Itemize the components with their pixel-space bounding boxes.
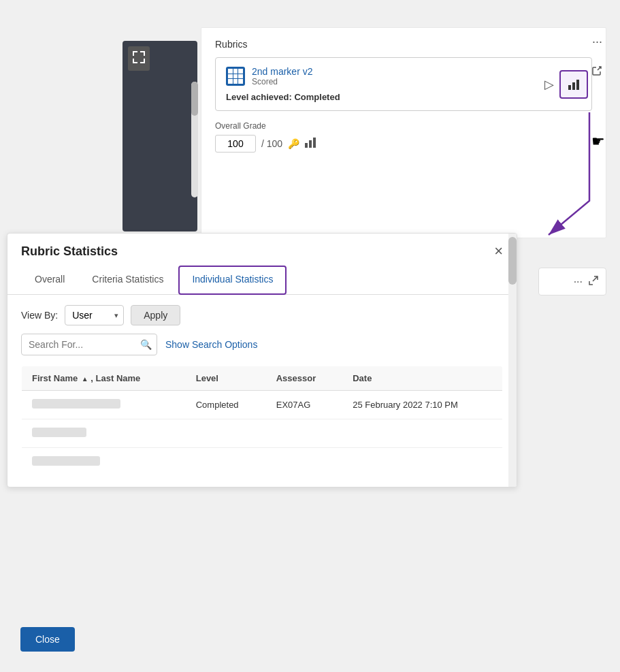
table-row: Completed EX07AG 25 February 2022 7:10 P… [22, 391, 503, 419]
close-button[interactable]: Close [20, 627, 75, 652]
table-row [22, 448, 503, 477]
modal-scrollbar[interactable] [508, 234, 517, 487]
rubric-level-achieved: Level achieved: Completed [226, 92, 581, 102]
rubric-grid-icon [226, 67, 245, 86]
play-button[interactable]: ▷ [544, 77, 554, 92]
view-by-select[interactable]: User Group Section [65, 305, 124, 325]
modal-content: View By: User Group Section ▾ Apply 🔍 Sh… [7, 295, 517, 487]
tab-criteria[interactable]: Criteria Statistics [78, 266, 177, 295]
modal-scrollbar-thumb[interactable] [508, 237, 517, 285]
modal-close-button[interactable]: × [494, 244, 503, 259]
grade-row: / 100 🔑 [215, 135, 592, 153]
overall-grade-label: Overall Grade [215, 121, 592, 131]
cell-assessor-2 [266, 419, 343, 448]
sort-asc-icon: ▲ [82, 375, 88, 383]
grade-chart-icon [305, 137, 316, 150]
key-icon: 🔑 [288, 138, 299, 149]
col-header-assessor: Assessor [266, 366, 343, 391]
blurred-name-2 [32, 428, 86, 437]
individuals-table: First Name ▲ , Last Name Level Assessor … [21, 366, 503, 477]
right-panel-expand[interactable] [588, 275, 599, 288]
search-icon: 🔍 [140, 339, 152, 350]
cell-date-1: 25 February 2022 7:10 PM [342, 391, 502, 419]
cell-assessor-3 [266, 448, 343, 477]
cell-assessor-1: EX07AG [266, 391, 343, 419]
rubric-status: Scored [252, 77, 312, 86]
tab-overall[interactable]: Overall [21, 266, 78, 295]
rubric-card: 2nd marker v2 Scored Level achieved: Com… [215, 57, 592, 111]
cell-level-2 [186, 419, 266, 448]
sidebar-scrollbar-thumb[interactable] [191, 82, 198, 116]
cell-level-3 [186, 448, 266, 477]
overall-grade-section: Overall Grade / 100 🔑 [201, 118, 606, 163]
col-header-date: Date [342, 366, 502, 391]
search-row: 🔍 Show Search Options [21, 334, 503, 355]
rubrics-panel: ··· Rubrics 2nd marker v2 [201, 27, 606, 238]
svg-rect-4 [309, 140, 312, 148]
rubric-statistics-modal: Rubric Statistics × Overall Criteria Sta… [7, 233, 517, 487]
right-panel-toolbar: ··· [546, 275, 599, 288]
more-options-button[interactable]: ··· [592, 35, 602, 49]
cell-name-2 [22, 419, 186, 448]
col-header-name: First Name ▲ , Last Name [22, 366, 186, 391]
modal-header: Rubric Statistics × [7, 234, 517, 266]
stats-chart-button[interactable] [559, 70, 588, 99]
search-input[interactable] [21, 334, 157, 355]
svg-rect-0 [568, 85, 571, 90]
rubric-info: 2nd marker v2 Scored [252, 66, 312, 86]
sidebar-scrollbar[interactable] [191, 82, 198, 197]
view-by-select-wrapper: User Group Section ▾ [65, 305, 124, 325]
view-by-row: View By: User Group Section ▾ Apply [21, 305, 503, 325]
view-by-label: View By: [21, 310, 58, 321]
grade-input[interactable] [215, 135, 256, 153]
sidebar-panel [123, 41, 197, 231]
rubric-name: 2nd marker v2 [252, 66, 312, 77]
rubrics-section-title: Rubrics [201, 28, 606, 54]
blurred-name-3 [32, 456, 100, 466]
tab-individual[interactable]: Individual Statistics [178, 266, 287, 295]
svg-rect-2 [576, 80, 579, 90]
right-panel-more-options[interactable]: ··· [574, 275, 583, 288]
cell-name-1 [22, 391, 186, 419]
grade-slash: / 100 [261, 138, 282, 149]
cell-date-3 [342, 448, 502, 477]
table-row [22, 419, 503, 448]
svg-rect-3 [305, 143, 308, 148]
external-link-button[interactable] [591, 65, 602, 79]
blurred-name-1 [32, 399, 120, 409]
expand-icon[interactable] [128, 46, 150, 71]
cell-date-2 [342, 419, 502, 448]
right-background-panel: ··· [538, 268, 606, 295]
col-header-level: Level [186, 366, 266, 391]
apply-button[interactable]: Apply [131, 305, 180, 325]
tabs-row: Overall Criteria Statistics Individual S… [7, 266, 517, 295]
modal-title: Rubric Statistics [21, 244, 118, 259]
cell-level-1: Completed [186, 391, 266, 419]
svg-rect-1 [572, 82, 575, 90]
rubric-card-header: 2nd marker v2 Scored [226, 66, 581, 86]
svg-rect-5 [313, 138, 316, 148]
show-search-options-link[interactable]: Show Search Options [165, 339, 257, 350]
search-input-wrapper: 🔍 [21, 334, 157, 355]
cell-name-3 [22, 448, 186, 477]
